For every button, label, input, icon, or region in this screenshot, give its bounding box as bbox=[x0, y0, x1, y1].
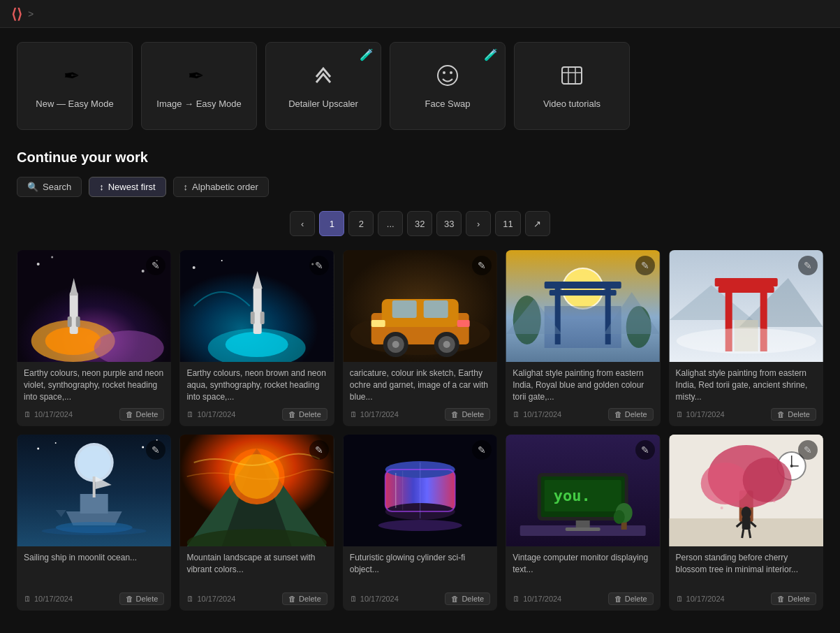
date-text: 10/17/2024 bbox=[523, 410, 561, 419]
quick-card-face-swap[interactable]: 🧪Face Swap bbox=[390, 42, 506, 130]
image-card[interactable]: ✎Person standing before cherry blossom t… bbox=[669, 435, 823, 611]
image-description: Sailing ship in moonlit ocean... bbox=[24, 552, 164, 587]
quick-card-video-tutorials[interactable]: Video tutorials bbox=[514, 42, 630, 130]
edit-icon[interactable]: ✎ bbox=[798, 256, 818, 275]
delete-button[interactable]: 🗑Delete bbox=[771, 408, 816, 421]
svg-rect-99 bbox=[566, 528, 600, 531]
quick-card-image-easy-mode[interactable]: ✒Image → Easy Mode bbox=[141, 42, 257, 130]
date-text: 10/17/2024 bbox=[686, 595, 725, 603]
delete-button[interactable]: 🗑Delete bbox=[282, 408, 327, 421]
delete-button[interactable]: 🗑Delete bbox=[445, 592, 490, 605]
svg-point-65 bbox=[676, 328, 816, 354]
image-card[interactable]: ✎Earthy colours, neon brown and neon aqu… bbox=[179, 250, 334, 426]
edit-icon[interactable]: ✎ bbox=[472, 256, 492, 275]
image-card[interactable]: ✎Futuristic glowing cylinder sci-fi obje… bbox=[343, 435, 497, 611]
date-text: 10/17/2024 bbox=[686, 410, 725, 419]
svg-rect-71 bbox=[93, 476, 96, 497]
image-date: 🗓10/17/2024 bbox=[513, 595, 561, 603]
page-btn-32[interactable]: 32 bbox=[407, 211, 432, 236]
pagination-prev[interactable]: ‹ bbox=[290, 211, 315, 236]
date-text: 10/17/2024 bbox=[34, 410, 73, 419]
calendar-icon: 🗓 bbox=[186, 410, 194, 419]
image-card[interactable]: ✎Kalighat style painting from eastern In… bbox=[506, 250, 660, 426]
page-btn-33[interactable]: 33 bbox=[436, 211, 462, 236]
svg-point-78 bbox=[142, 446, 144, 449]
image-card[interactable]: ✎Kalighat style painting from eastern In… bbox=[669, 250, 823, 426]
image-date: 🗓10/17/2024 bbox=[350, 410, 399, 419]
svg-rect-62 bbox=[714, 278, 777, 286]
date-text: 10/17/2024 bbox=[360, 410, 399, 419]
svg-point-2 bbox=[438, 66, 457, 85]
svg-point-117 bbox=[700, 463, 749, 504]
pagination-jump[interactable]: 11 bbox=[495, 211, 520, 236]
svg-line-126 bbox=[742, 530, 743, 538]
delete-label: Delete bbox=[299, 410, 321, 419]
svg-rect-5 bbox=[562, 67, 582, 84]
calendar-icon: 🗓 bbox=[350, 410, 358, 419]
calendar-icon: 🗓 bbox=[676, 410, 684, 419]
delete-label: Delete bbox=[788, 595, 810, 603]
svg-rect-27 bbox=[260, 312, 265, 324]
image-date: 🗓10/17/2024 bbox=[186, 410, 235, 419]
svg-point-17 bbox=[37, 263, 40, 265]
trash-icon: 🗑 bbox=[451, 595, 459, 603]
card-label-face-swap: Face Swap bbox=[419, 99, 476, 109]
svg-rect-43 bbox=[371, 320, 385, 327]
edit-icon[interactable]: ✎ bbox=[309, 440, 329, 460]
date-text: 10/17/2024 bbox=[197, 410, 235, 419]
image-card[interactable]: ✎Sailing ship in moonlit ocean...🗓10/17/… bbox=[17, 435, 171, 611]
image-date: 🗓10/17/2024 bbox=[513, 410, 561, 419]
page-btn-...[interactable]: ... bbox=[378, 211, 403, 236]
svg-point-77 bbox=[55, 442, 57, 444]
calendar-icon: 🗓 bbox=[676, 595, 684, 603]
svg-point-106 bbox=[614, 510, 625, 524]
svg-point-23 bbox=[226, 332, 288, 357]
card-icon-face-swap bbox=[435, 63, 460, 92]
svg-point-30 bbox=[221, 260, 223, 261]
image-description: Kalighat style painting from eastern Ind… bbox=[676, 368, 816, 402]
quick-card-detailer-upscaler[interactable]: 🧪Detailer Upscaler bbox=[265, 42, 381, 130]
page-btn-1[interactable]: 1 bbox=[319, 211, 344, 236]
logo-icon[interactable]: ⟨⟩ bbox=[11, 6, 22, 22]
svg-point-121 bbox=[720, 507, 723, 509]
edit-icon[interactable]: ✎ bbox=[635, 440, 655, 460]
card-icon-new-easy-mode: ✒ bbox=[62, 63, 87, 92]
page-btn-2[interactable]: 2 bbox=[348, 211, 374, 236]
pagination-next[interactable]: › bbox=[466, 211, 491, 236]
calendar-icon: 🗓 bbox=[350, 595, 358, 603]
delete-button[interactable]: 🗑Delete bbox=[608, 592, 654, 605]
quick-cards: ✒New — Easy Mode✒Image → Easy Mode🧪Detai… bbox=[17, 42, 823, 130]
filter-btn-alphabetic[interactable]: ↕Alphabetic order bbox=[173, 177, 269, 197]
delete-button[interactable]: 🗑Delete bbox=[445, 408, 490, 421]
delete-button[interactable]: 🗑Delete bbox=[282, 592, 327, 605]
card-label-image-easy-mode: Image → Easy Mode bbox=[151, 99, 246, 109]
quick-card-new-easy-mode[interactable]: ✒New — Easy Mode bbox=[17, 42, 133, 130]
svg-rect-15 bbox=[76, 316, 80, 327]
delete-label: Delete bbox=[136, 410, 159, 419]
calendar-icon: 🗓 bbox=[186, 595, 194, 603]
delete-button[interactable]: 🗑Delete bbox=[608, 408, 654, 421]
trash-icon: 🗑 bbox=[126, 595, 133, 603]
filter-btn-newest-first[interactable]: ↕Newest first bbox=[89, 177, 165, 197]
calendar-icon: 🗓 bbox=[513, 595, 520, 603]
svg-text:✒: ✒ bbox=[188, 65, 204, 87]
edit-icon[interactable]: ✎ bbox=[635, 256, 655, 275]
trash-icon: 🗑 bbox=[288, 595, 296, 603]
delete-button[interactable]: 🗑Delete bbox=[771, 592, 816, 605]
edit-icon[interactable]: ✎ bbox=[309, 256, 329, 275]
svg-line-127 bbox=[749, 530, 750, 538]
calendar-icon: 🗓 bbox=[24, 595, 31, 603]
delete-button[interactable]: 🗑Delete bbox=[119, 592, 165, 605]
image-card[interactable]: ✎Earthy colours, neon purple and neon vi… bbox=[17, 250, 171, 426]
image-card[interactable]: you. ✎Vintage computer monitor displayin… bbox=[506, 435, 660, 611]
svg-rect-26 bbox=[251, 312, 255, 324]
calendar-icon: 🗓 bbox=[24, 410, 31, 419]
pagination-jump-icon[interactable]: ↗ bbox=[525, 211, 550, 236]
svg-text:you.: you. bbox=[554, 487, 591, 504]
filter-btn-search[interactable]: 🔍Search bbox=[17, 177, 82, 197]
delete-label: Delete bbox=[299, 595, 321, 603]
image-card[interactable]: ✎caricature, colour ink sketch, Earthy o… bbox=[343, 250, 497, 426]
image-card[interactable]: ✎Mountain landscape at sunset with vibra… bbox=[179, 435, 334, 611]
delete-button[interactable]: 🗑Delete bbox=[119, 408, 165, 421]
filter-label-search: Search bbox=[43, 182, 71, 192]
